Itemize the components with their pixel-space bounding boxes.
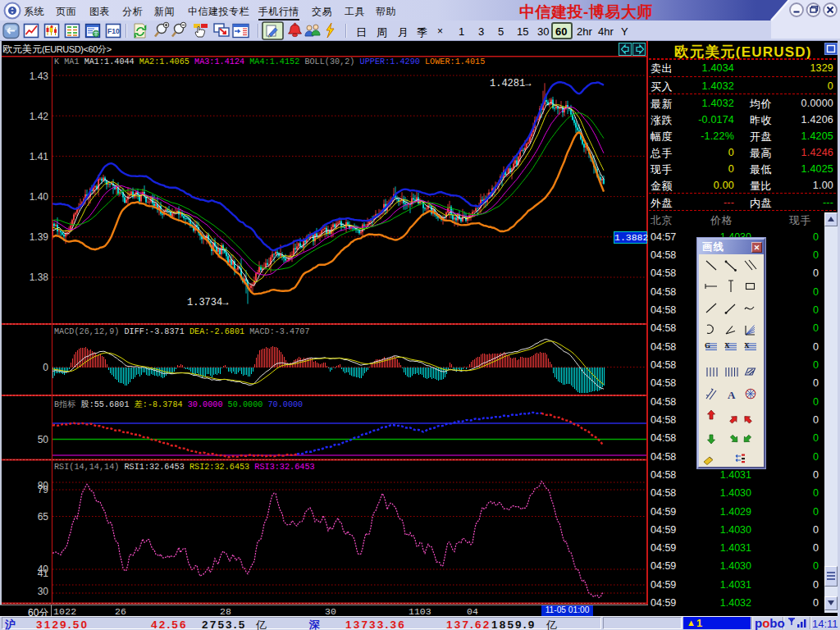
svg-text:X: X — [724, 341, 730, 349]
svg-text:X: X — [744, 341, 750, 349]
svg-text:G: G — [705, 341, 710, 349]
svg-text:A: A — [728, 389, 736, 401]
svg-text:F10: F10 — [107, 27, 120, 35]
